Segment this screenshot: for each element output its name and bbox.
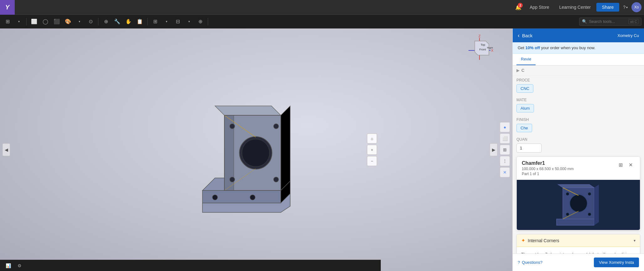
toolbar-sep3 (147, 18, 148, 25)
main-toolbar: ⊞ ▾ ⬜ ◯ ⬛ 🎨 ▾ ⊙ ⊕ 🔧 ✋ 📋 ⊞ ▾ ⊟ ▾ ⊕ 🔍 alt … (0, 15, 644, 29)
toolbar-snap-btn[interactable]: ⊕ (101, 17, 111, 27)
svg-text:Right: Right (487, 46, 493, 49)
viewport-tools-panel: ● ⬜ ⊞ ⋮ ✕ (500, 122, 510, 177)
view-cube[interactable]: Z X Top Front Right (465, 35, 494, 64)
svg-text:Z: Z (479, 35, 481, 38)
svg-point-36 (570, 195, 587, 212)
finish-tag[interactable]: Che (516, 124, 532, 132)
warning-card-header[interactable]: ✦ Internal Corners ▾ (517, 234, 640, 247)
panel-tabs: Revie (513, 54, 644, 65)
toolbar-view-btn[interactable]: ⊞ (3, 17, 13, 27)
questions-label: Questions? (522, 260, 542, 265)
zoom-out-button[interactable]: − (367, 156, 377, 166)
collapsed-section-c[interactable]: ▶ C (513, 65, 644, 76)
toolbar-arrange-btn[interactable]: ⊟ (173, 17, 183, 27)
material-section: Mate Alum (513, 95, 644, 112)
promo-highlight: 10% off (526, 45, 540, 50)
tool-grid-btn[interactable]: ⊞ (500, 145, 510, 155)
toolbar-search-area: 🔍 alt C (579, 18, 641, 26)
toolbar-grid-btn[interactable]: ⊞ (150, 17, 160, 27)
questions-button[interactable]: ? Questions? (518, 260, 542, 265)
process-tag[interactable]: CNC (516, 84, 533, 93)
svg-point-9 (242, 139, 270, 167)
view-cube-svg: Z X Top Front Right (465, 35, 494, 63)
toolbar-mat-dropdown[interactable]: ▾ (74, 17, 84, 27)
back-arrow-icon[interactable]: ‹ (518, 32, 520, 39)
tool-sphere-btn[interactable]: ● (500, 122, 510, 132)
search-shortcut: alt C (628, 19, 639, 24)
3d-viewport[interactable]: Z X Top Front Right ◀ ▶ ⌂ + − ● ⬜ ⊞ ⋮ ✕ … (0, 29, 512, 271)
search-input[interactable] (589, 19, 626, 24)
quantity-row (516, 143, 640, 153)
quantity-input[interactable] (516, 143, 542, 153)
toolbar-move-btn[interactable]: ✋ (123, 17, 134, 27)
user-avatar[interactable]: Xo (631, 2, 641, 12)
tool-x-btn[interactable]: ✕ (500, 167, 510, 177)
tool-box-btn[interactable]: ⬜ (500, 133, 510, 143)
part-card: Chamfer1 100.000 x 68.500 x 50.000 mm Pa… (516, 156, 640, 230)
zoom-in-button[interactable]: + (367, 145, 377, 155)
logo-text: Y (5, 4, 9, 11)
toolbar-arrange-dropdown[interactable]: ▾ (184, 17, 194, 27)
panel-footer: ? Questions? View Xometry Insta (513, 253, 644, 271)
view-instant-button[interactable]: View Xometry Insta (594, 258, 639, 267)
part-thumbnail-svg (547, 181, 610, 228)
toolbar-copy-btn[interactable]: 📋 (135, 17, 145, 27)
promo-suffix: your order when you buy now. (541, 45, 595, 50)
toolbar-target-btn[interactable]: ⊙ (86, 17, 96, 27)
viewport-nav-right[interactable]: ▶ (490, 143, 497, 156)
toolbar-grid-dropdown[interactable]: ▾ (161, 17, 171, 27)
warning-header-left: ✦ Internal Corners (521, 237, 559, 243)
material-tag[interactable]: Alum (516, 104, 534, 112)
collapse-chevron-icon: ▶ (516, 68, 520, 73)
process-section: Proce CNC (513, 76, 644, 93)
app-store-button[interactable]: App Store (525, 3, 553, 12)
toolbar-crosshair-btn[interactable]: ⊕ (195, 17, 205, 27)
home-view-button[interactable]: ⌂ (367, 133, 377, 143)
material-label: Mate (516, 95, 640, 102)
toolbar-material-btn[interactable]: 🎨 (63, 17, 73, 27)
tool-layers-btn[interactable]: ⋮ (500, 156, 510, 166)
svg-marker-2 (281, 106, 290, 190)
svg-point-13 (274, 177, 279, 182)
warning-body-text: The part has 7 sharp internal corner(s) … (521, 251, 636, 253)
part-dimensions: 100.000 x 68.500 x 50.000 mm (522, 167, 573, 171)
toolbar-dropdown-btn[interactable]: ▾ (14, 17, 24, 27)
status-settings-icon[interactable]: ⚙ (15, 261, 24, 270)
toolbar-sep1 (26, 18, 27, 25)
toolbar-circle-btn[interactable]: ◯ (40, 17, 50, 27)
question-mark-icon: ? (518, 260, 520, 265)
quantity-section: Quan (513, 135, 644, 153)
learning-center-button[interactable]: Learning Center (555, 3, 595, 12)
finish-row: Che (516, 124, 640, 132)
svg-point-15 (250, 195, 255, 200)
app-logo[interactable]: Y (0, 0, 15, 15)
material-row: Alum (516, 104, 640, 112)
toolbar-sep4 (208, 18, 208, 25)
avatar-initials: Xo (634, 5, 639, 9)
warning-chevron-icon: ▾ (634, 238, 636, 243)
back-label[interactable]: Back (522, 33, 532, 38)
review-tab[interactable]: Revie (516, 54, 536, 65)
status-info-icon[interactable]: 📊 (4, 261, 13, 270)
help-icon: ? (623, 5, 626, 10)
svg-marker-32 (558, 185, 594, 188)
toolbar-frame-btn[interactable]: ⬜ (29, 17, 39, 27)
svg-marker-34 (557, 219, 594, 225)
help-button[interactable]: ? ▾ (620, 3, 630, 11)
help-chevron-icon: ▾ (626, 6, 628, 9)
svg-marker-33 (594, 185, 599, 219)
promo-bar: Get 10% off your order when you buy now. (513, 42, 644, 54)
viewport-nav-left[interactable]: ◀ (3, 143, 10, 156)
svg-text:Front: Front (479, 48, 486, 51)
toolbar-box-btn[interactable]: ⬛ (52, 17, 62, 27)
quantity-label: Quan (516, 135, 640, 142)
nav-right-area: 🔔 2 App Store Learning Center Share ? ▾ … (513, 2, 644, 13)
svg-point-14 (212, 195, 217, 200)
process-label: Proce (516, 76, 640, 82)
grid-view-button[interactable]: ⊞ (616, 160, 625, 169)
notification-button[interactable]: 🔔 2 (513, 2, 524, 13)
close-card-button[interactable]: ✕ (626, 160, 635, 169)
share-button[interactable]: Share (596, 3, 619, 12)
toolbar-magnet-btn[interactable]: 🔧 (112, 17, 122, 27)
